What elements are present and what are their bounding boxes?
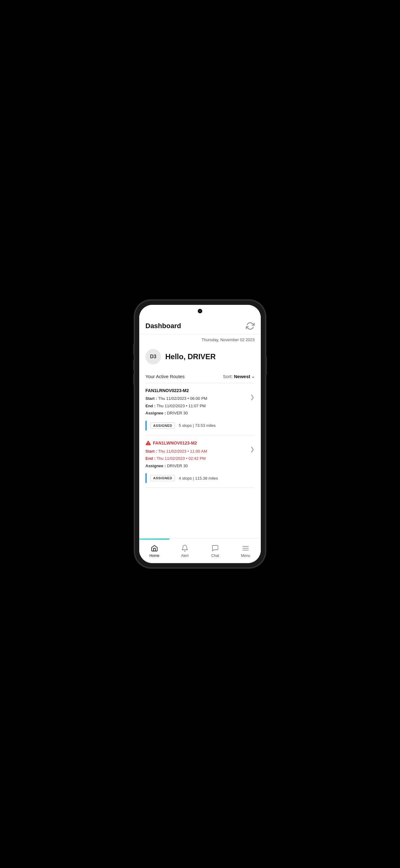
route-end-1: End : Thu 11/02/2023 • 11:07 PM <box>145 403 247 409</box>
greeting-text: Hello, DRIVER <box>165 352 216 361</box>
chat-icon <box>211 544 219 552</box>
nav-item-menu[interactable]: Menu <box>230 538 261 563</box>
phone-screen: Dashboard Thursday, November 02 2023 D3 … <box>139 305 261 563</box>
greeting-row: D3 Hello, DRIVER <box>139 346 261 371</box>
page-title: Dashboard <box>145 322 181 330</box>
route-chevron-1: ❯ <box>247 388 255 400</box>
nav-label-home: Home <box>149 554 159 558</box>
stops-info-2: 4 stops | 115.38 miles <box>178 476 218 480</box>
stops-info-1: 5 stops | 73.53 miles <box>178 423 215 428</box>
status-indicator-2 <box>145 473 147 483</box>
route-status-row-1: ASSIGNED 5 stops | 73.53 miles <box>145 421 255 431</box>
alert-icon <box>181 544 189 552</box>
route-status-row-2: ASSIGNED 4 stops | 115.38 miles <box>145 473 255 483</box>
route-start-1: Start : Thu 11/02/2023 • 06:00 PM <box>145 396 247 402</box>
route-id-1: FAN1LRNOV0223-M2 <box>145 388 247 393</box>
nav-item-chat[interactable]: Chat <box>200 538 230 563</box>
route-row-2: FAN1LWNOV0123-M2 Start : Thu 11/02/2023 … <box>145 440 255 470</box>
nav-label-chat: Chat <box>211 554 219 558</box>
route-id-2: FAN1LWNOV0123-M2 <box>145 440 247 446</box>
routes-section: Your Active Routes Sort: Newest ⌄ FAN1LR… <box>139 371 261 538</box>
route-row-1: FAN1LRNOV0223-M2 Start : Thu 11/02/2023 … <box>145 388 255 417</box>
screen-content: Dashboard Thursday, November 02 2023 D3 … <box>139 317 261 563</box>
route-card-2[interactable]: FAN1LWNOV0123-M2 Start : Thu 11/02/2023 … <box>145 435 255 488</box>
route-end-2: End : Thu 11/02/2023 • 02:42 PM <box>145 456 247 462</box>
nav-label-menu: Menu <box>241 554 250 558</box>
home-icon <box>151 544 159 552</box>
user-avatar: D3 <box>145 349 161 365</box>
routes-header: Your Active Routes Sort: Newest ⌄ <box>145 371 255 383</box>
nav-item-home[interactable]: Home <box>139 538 170 563</box>
alert-triangle-icon <box>145 440 151 446</box>
status-indicator-1 <box>145 421 147 431</box>
routes-title: Your Active Routes <box>145 374 185 379</box>
camera-dot <box>199 310 201 312</box>
status-bar <box>139 305 261 317</box>
nav-item-alert[interactable]: Alert <box>170 538 200 563</box>
route-assignee-1: Assignee : DRIVER 30 <box>145 410 247 416</box>
route-start-2: Start : Thu 11/02/2023 • 11:00 AM <box>145 448 247 455</box>
date-display: Thursday, November 02 2023 <box>139 334 261 346</box>
menu-icon <box>241 544 249 552</box>
sort-label: Sort: <box>223 374 233 379</box>
app-header: Dashboard <box>139 317 261 334</box>
status-badge-1: ASSIGNED <box>151 423 175 429</box>
sort-value: Newest <box>234 374 250 379</box>
bottom-nav: Home Alert <box>139 538 261 563</box>
status-badge-2: ASSIGNED <box>151 475 175 481</box>
nav-label-alert: Alert <box>181 554 189 558</box>
route-assignee-2: Assignee : DRIVER 30 <box>145 463 247 469</box>
sort-control[interactable]: Sort: Newest ⌄ <box>223 374 255 379</box>
route-chevron-2: ❯ <box>247 440 255 453</box>
camera-notch <box>198 309 202 313</box>
route-card-1[interactable]: FAN1LRNOV0223-M2 Start : Thu 11/02/2023 … <box>145 383 255 435</box>
route-details-2: FAN1LWNOV0123-M2 Start : Thu 11/02/2023 … <box>145 440 247 470</box>
refresh-button[interactable] <box>246 321 255 330</box>
phone-device: Dashboard Thursday, November 02 2023 D3 … <box>135 301 265 567</box>
chevron-down-icon: ⌄ <box>252 374 255 379</box>
nav-active-indicator <box>139 538 170 539</box>
route-details-1: FAN1LRNOV0223-M2 Start : Thu 11/02/2023 … <box>145 388 247 417</box>
